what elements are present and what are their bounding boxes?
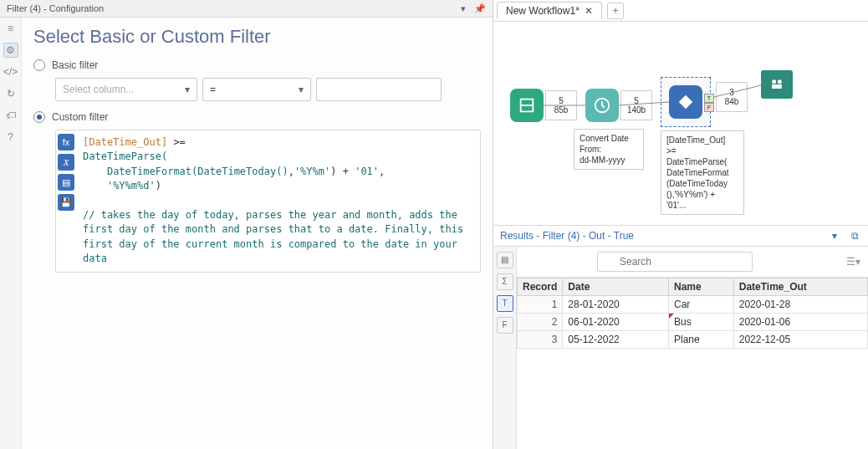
col-date[interactable]: Date [563,278,669,295]
workflow-canvas[interactable]: 5 85b 5 140b Convert Date From: dd-MM-yy… [493,22,868,225]
column-list-button[interactable]: ▤ [58,174,74,191]
filter-output-anchors: TF [704,94,714,112]
collapse-icon[interactable]: ▾ [457,3,469,14]
text-input-tool[interactable] [510,89,544,122]
close-icon[interactable]: ✕ [585,5,593,17]
datetime-tool[interactable] [585,89,619,122]
table-row[interactable]: 1 28-01-2020 Car 2020-01-28 [518,295,868,313]
results-search-input[interactable] [597,252,753,272]
browse-tool[interactable] [761,70,793,99]
results-view-true-icon[interactable]: T [497,295,513,312]
popout-icon[interactable]: ⧉ [848,229,861,242]
toolbar-menu-icon[interactable]: ≡ [3,21,18,36]
value-input[interactable] [316,78,442,101]
fx-button[interactable]: fx [58,134,74,151]
toolbar-help-icon[interactable]: ? [3,130,18,145]
results-view-all-icon[interactable]: ▤ [497,252,513,268]
svg-point-2 [778,79,782,84]
custom-filter-radio[interactable] [33,111,45,123]
results-view-false-icon[interactable]: F [497,317,513,334]
tool-data-badge: 3 84b [716,82,748,112]
tool-data-badge: 5 85b [545,90,577,120]
chevron-down-icon: ▾ [299,84,304,95]
operator-select[interactable]: = ▾ [202,78,311,101]
config-heading: Select Basic or Custom Filter [33,26,481,48]
col-name[interactable]: Name [668,278,733,295]
expression-editor[interactable]: [DateTime_Out] >= DateTimeParse( DateTim… [76,130,480,272]
basic-filter-radio[interactable] [33,59,45,71]
pin-icon[interactable]: 📌 [474,3,486,14]
panel-title: Filter (4) - Configuration [7,3,104,13]
tool-data-badge: 5 140b [620,90,652,120]
results-title: Results - Filter (4) - Out - True [500,230,634,242]
basic-filter-label: Basic filter [52,59,98,71]
table-row[interactable]: 2 06-01-2020 Bus 2020-01-06 [518,313,868,330]
add-tab-button[interactable]: ＋ [607,3,624,19]
toolbar-code-icon[interactable]: </> [3,64,18,79]
toolbar-gear-icon[interactable]: ⚙ [3,43,18,58]
toolbar-tag-icon[interactable]: 🏷 [3,108,18,123]
results-view-input-icon[interactable]: Σ [497,273,513,290]
tool-annotation: [DateTime_Out] >= DateTimeParse( DateTim… [661,130,744,215]
tab-label: New Workflow1* [506,5,580,17]
svg-rect-3 [772,84,782,89]
custom-filter-label: Custom filter [52,111,108,123]
results-menu-icon[interactable]: ☰▾ [843,253,863,270]
tool-annotation: Convert Date From: dd-MM-yyyy [574,129,644,170]
chevron-down-icon[interactable]: ▾ [828,229,841,242]
operator-value: = [210,84,216,95]
variable-button[interactable]: X [58,154,74,171]
col-record[interactable]: Record [518,278,563,295]
column-select-placeholder: Select column... [63,84,134,95]
results-table: Record Date Name DateTime_Out 1 28-01-20… [517,278,868,349]
save-button[interactable]: 💾 [58,194,74,211]
column-select[interactable]: Select column... ▾ [55,78,197,101]
svg-point-1 [772,79,776,84]
table-row[interactable]: 3 05-12-2022 Plane 2022-12-05 [518,330,868,348]
chevron-down-icon: ▾ [185,84,190,95]
toolbar-refresh-icon[interactable]: ↻ [3,86,18,101]
filter-tool[interactable] [669,85,702,119]
col-datetime-out[interactable]: DateTime_Out [733,278,867,295]
workflow-tab[interactable]: New Workflow1* ✕ [497,2,602,19]
